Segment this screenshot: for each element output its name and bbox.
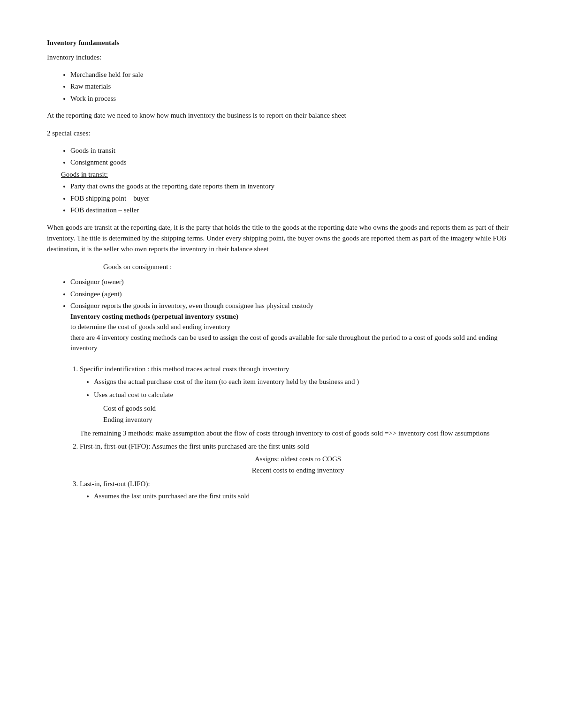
costing-desc: there are 4 inventory costing methods ca… — [70, 334, 498, 352]
method-2: First-in, first-out (FIFO): Assumes the … — [80, 441, 516, 476]
special-cases-list: Goods in transit Consignment goods Goods… — [70, 145, 516, 216]
balance-sheet-note: At the reporting date we need to know ho… — [47, 110, 516, 121]
list-item: Uses actual cost to calculate — [94, 390, 516, 400]
fifo-assigns: Assigns: oldest costs to COGS — [80, 454, 516, 465]
fifo-recent: Recent costs to ending inventory — [80, 465, 516, 476]
costing-methods-list: Specific indentification : this method t… — [80, 364, 516, 502]
list-item: Work in process — [70, 93, 516, 104]
list-item: Consignment goods — [70, 157, 516, 168]
list-item: Consingee (agent) — [70, 289, 516, 300]
goods-in-transit-underline: Goods in transit: — [61, 171, 108, 178]
special-cases-intro: 2 special cases: — [47, 128, 516, 139]
list-item: Goods in transit — [70, 145, 516, 156]
list-item: FOB destination – seller — [70, 205, 516, 216]
list-item: Raw materials — [70, 81, 516, 92]
remaining-text: The remaining 3 methods: make assumption… — [80, 428, 516, 439]
list-item: Assigns the actual purchase cost of the … — [94, 376, 516, 387]
method-3: Last-in, first-out (LIFO): Assumes the l… — [80, 479, 516, 502]
consignment-list: Consignor (owner) Consingee (agent) Cons… — [70, 277, 516, 502]
inventory-items-list: Merchandise held for sale Raw materials … — [70, 69, 516, 104]
cogs-line: Cost of goods sold — [103, 403, 516, 414]
list-item: Consignor reports the goods in inventory… — [70, 300, 516, 502]
transit-paragraph: When goods are transit at the reporting … — [47, 222, 516, 255]
method-1-sub: Assigns the actual purchase cost of the … — [94, 376, 516, 400]
method-1: Specific indentification : this method t… — [80, 364, 516, 438]
list-item: Consignor (owner) — [70, 277, 516, 287]
list-item: Merchandise held for sale — [70, 69, 516, 80]
page-title: Inventory fundamentals — [47, 38, 516, 48]
method-3-sub: Assumes the last units purchased are the… — [94, 491, 516, 502]
ending-inv-line: Ending inventory — [103, 414, 516, 425]
list-item: Party that owns the goods at the reporti… — [70, 181, 516, 192]
goods-in-transit-label: Goods in transit: — [61, 169, 516, 180]
intro-text: Inventory includes: — [47, 52, 516, 63]
list-item: FOB shipping point – buyer — [70, 193, 516, 204]
list-item: Assumes the last units purchased are the… — [94, 491, 516, 502]
consignment-label: Goods on consignment : — [103, 262, 516, 272]
costing-intro: to determine the cost of goods sold and … — [70, 323, 230, 330]
costing-title: Inventory costing methods (perpetual inv… — [70, 313, 238, 320]
